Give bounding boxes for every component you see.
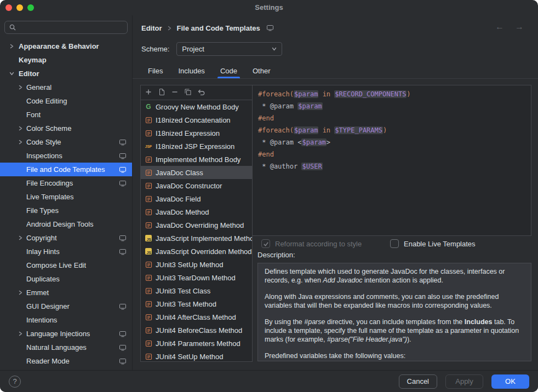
template-list-item[interactable]: JSPI18nized JSP Expression [141,140,252,153]
template-icon [145,261,152,268]
sidebar-item-file-types[interactable]: File Types [0,204,132,217]
scheme-select[interactable]: Project [176,42,282,56]
chevron-right-icon[interactable] [18,235,24,241]
sidebar-item-intentions[interactable]: Intentions [0,313,132,327]
sidebar-item-label: GUI Designer [26,302,119,310]
tab-includes[interactable]: Includes [170,64,212,78]
sidebar-item-file-encodings[interactable]: File Encodings [0,176,132,190]
settings-main: Editor File and Code Templates ← → Schem… [133,15,538,370]
chevron-right-icon[interactable] [18,126,24,131]
sidebar-item-code-editing[interactable]: Code Editing [0,94,132,108]
template-name: JavaScript Overridden Method Body [156,247,252,256]
sidebar-item-compose-live-edit[interactable]: Compose Live Edit [0,258,132,272]
template-list-item[interactable]: JSJavaScript Implemented Method Body [141,232,252,245]
sidebar-item-natural-languages[interactable]: Natural Languages [0,341,132,354]
chevron-right-icon[interactable] [9,44,15,49]
search-box[interactable] [4,21,128,34]
template-list-item[interactable]: JavaDoc Constructor [141,179,252,192]
undo-icon [197,88,205,98]
sidebar-item-inspections[interactable]: Inspections [0,149,132,163]
sidebar-item-label: Editor [19,70,127,78]
sidebar-item-keymap[interactable]: Keymap [0,53,132,67]
cancel-button[interactable]: Cancel [399,374,437,389]
sidebar-item-color-scheme[interactable]: Color Scheme [0,122,132,135]
template-list-item[interactable]: JUnit3 Test Class [141,284,252,297]
template-list-item[interactable]: JUnit4 AfterClass Method [141,310,252,324]
template-list-item[interactable]: JavaDoc Field [141,192,252,205]
template-name: Groovy New Method Body [156,103,239,111]
template-list-item[interactable]: JavaDoc Class [141,166,252,179]
chevron-right-icon[interactable] [18,290,24,296]
live-templates-checkbox[interactable] [390,239,399,248]
chevron-right-icon[interactable] [18,331,24,337]
create-child-template-button[interactable] [157,88,166,98]
template-list-item[interactable]: JavaDoc Overriding Method [141,218,252,232]
chevron-right-icon[interactable] [18,140,24,145]
copy-template-button[interactable] [184,88,192,98]
ok-button[interactable]: OK [491,374,529,389]
add-template-button[interactable] [144,88,153,98]
reformat-label: Reformat according to style [275,240,362,248]
search-input[interactable] [19,24,123,32]
tab-files[interactable]: Files [140,64,170,78]
template-list-item[interactable]: Implemented Method Body [141,153,252,166]
template-name: JUnit4 AfterClass Method [156,313,236,321]
sidebar-item-reader-mode[interactable]: Reader Mode [0,354,132,368]
sidebar-item-language-injections[interactable]: Language Injections [0,327,132,341]
remove-template-button[interactable] [170,88,179,98]
zoom-button[interactable] [27,4,34,11]
template-list-item[interactable]: JUnit3 SetUp Method [141,258,252,271]
template-list-item[interactable]: I18nized Concatenation [141,113,252,126]
sidebar-item-gui-designer[interactable]: GUI Designer [0,299,132,313]
template-list-item[interactable]: GGroovy New Method Body [141,100,252,113]
template-code-editor[interactable]: #foreach($param in $RECORD_COMPONENTS) *… [252,85,531,236]
sidebar-item-label: Font [26,111,127,119]
template-list-item[interactable]: JUnit3 Test Method [141,297,252,310]
template-list-item[interactable]: JSJavaScript Overridden Method Body [141,245,252,258]
code-line: #foreach($param in $TYPE_PARAMS) [258,124,525,136]
template-icon [145,274,152,281]
minimize-button[interactable] [16,4,23,11]
tab-other[interactable]: Other [245,64,278,78]
template-toolbar [141,85,252,100]
sidebar-item-general[interactable]: General [0,80,132,94]
template-name: JavaDoc Class [156,169,203,177]
template-name: JavaScript Implemented Method Body [156,234,252,243]
chevron-right-icon[interactable] [18,85,24,90]
sidebar-item-android-design-tools[interactable]: Android Design Tools [0,217,132,231]
template-icon [145,209,152,216]
tab-label: Other [253,67,271,75]
sidebar-item-appearance-behavior[interactable]: Appearance & Behavior [0,39,132,53]
template-list-item[interactable]: JUnit4 Parameters Method [141,337,252,350]
sidebar-item-copyright[interactable]: Copyright [0,231,132,245]
settings-sidebar: Appearance & BehaviorKeymapEditorGeneral… [0,15,133,370]
description-box[interactable]: Defines template which used to generate … [257,263,531,361]
sidebar-item-duplicates[interactable]: Duplicates [0,272,132,286]
template-list-item[interactable]: I18nized Expression [141,126,252,140]
copy-icon [184,88,192,98]
sidebar-item-inlay-hints[interactable]: Inlay Hints [0,245,132,258]
sidebar-item-font[interactable]: Font [0,108,132,122]
description-paragraph: By using the #parse directive, you can i… [265,318,524,344]
chevron-down-icon [272,47,277,51]
template-list-item[interactable]: JUnit4 BeforeClass Method [141,324,252,337]
apply-button: Apply [445,374,483,389]
breadcrumb-editor[interactable]: Editor [141,24,162,32]
description-paragraph: Defines template which used to generate … [265,267,524,285]
template-list-item[interactable]: JUnit3 TearDown Method [141,271,252,284]
help-button[interactable]: ? [9,376,21,388]
template-list-item[interactable]: JavaDoc Method [141,205,252,218]
code-line: * @param $param [258,100,525,112]
sidebar-item-code-style[interactable]: Code Style [0,135,132,149]
sidebar-item-live-templates[interactable]: Live Templates [0,190,132,204]
chevron-down-icon[interactable] [9,71,15,77]
sidebar-item-editor[interactable]: Editor [0,67,132,80]
sidebar-item-label: File Encodings [26,179,119,187]
reset-to-default-button[interactable] [197,88,205,98]
js-icon: JS [145,248,152,255]
sidebar-item-file-and-code-templates[interactable]: File and Code Templates [0,163,132,176]
template-list-item[interactable]: JUnit4 SetUp Method [141,350,252,362]
tab-code[interactable]: Code [213,64,245,78]
close-button[interactable] [5,4,12,11]
sidebar-item-emmet[interactable]: Emmet [0,286,132,299]
